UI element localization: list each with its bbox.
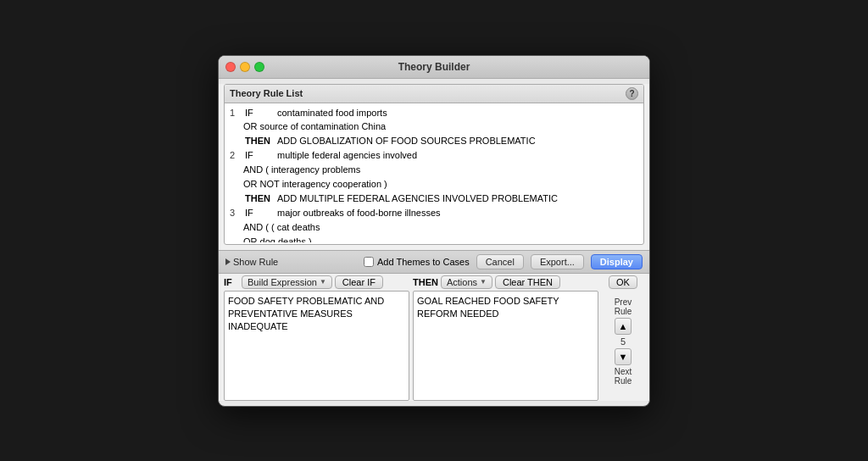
maximize-button[interactable] bbox=[254, 62, 264, 72]
dropdown-arrow-icon: ▼ bbox=[320, 278, 326, 286]
actions-label: Actions bbox=[447, 277, 477, 287]
if-keyword: IF bbox=[245, 149, 275, 163]
rule-number: 2 bbox=[230, 149, 243, 163]
add-themes-label: Add Themes to Cases bbox=[377, 257, 470, 267]
build-expression-button[interactable]: Build Expression ▼ bbox=[242, 275, 332, 289]
ok-button[interactable]: OK bbox=[609, 275, 637, 289]
titlebar: Theory Builder bbox=[219, 56, 649, 79]
rule-list-content: 1 IF contaminated food imports OR source… bbox=[225, 103, 643, 242]
show-rule-toggle[interactable]: Show Rule bbox=[225, 257, 278, 267]
close-button[interactable] bbox=[225, 62, 236, 72]
editor-section: IF Build Expression ▼ Clear IF FOOD SAFE… bbox=[224, 275, 644, 401]
if-label: IF bbox=[224, 277, 239, 287]
add-themes-group: Add Themes to Cases bbox=[364, 257, 470, 267]
rule-number bbox=[230, 135, 243, 148]
window-title: Theory Builder bbox=[398, 61, 470, 73]
add-themes-checkbox[interactable] bbox=[364, 257, 374, 267]
rule-number: 1 bbox=[230, 107, 243, 120]
minimize-button[interactable] bbox=[240, 62, 250, 72]
table-row: 1 IF contaminated food imports bbox=[230, 107, 638, 120]
dropdown-arrow-icon: ▼ bbox=[480, 278, 487, 286]
rule-condition: AND ( ( cat deaths bbox=[243, 221, 320, 235]
rule-list-panel: Theory Rule List ? 1 IF contaminated foo… bbox=[224, 84, 644, 245]
next-rule-label: NextRule bbox=[615, 367, 632, 386]
window-content: Theory Rule List ? 1 IF contaminated foo… bbox=[219, 84, 649, 401]
traffic-lights bbox=[225, 62, 264, 72]
rule-list-title: Theory Rule List bbox=[230, 88, 303, 98]
show-rule-label: Show Rule bbox=[233, 257, 278, 267]
table-row: OR NOT interagency cooperation ) bbox=[230, 178, 638, 192]
rule-condition: OR source of contamination China bbox=[243, 120, 386, 134]
prev-rule-button[interactable]: ▲ bbox=[615, 318, 632, 335]
table-row: OR source of contamination China bbox=[230, 120, 638, 134]
rule-then: ADD MULTIPLE FEDERAL AGENCIES INVOLVED P… bbox=[277, 192, 558, 206]
if-keyword: IF bbox=[245, 107, 275, 120]
clear-then-button[interactable]: Clear THEN bbox=[495, 275, 560, 289]
toolbar: Show Rule Add Themes to Cases Cancel Exp… bbox=[219, 250, 649, 274]
export-button[interactable]: Export... bbox=[531, 254, 584, 269]
if-section: IF Build Expression ▼ Clear IF FOOD SAFE… bbox=[224, 275, 409, 401]
build-expression-label: Build Expression bbox=[248, 277, 317, 287]
then-content: GOAL REACHED FOOD SAFETY REFORM NEEDED bbox=[417, 296, 559, 319]
table-row: THEN ADD MULTIPLE FEDERAL AGENCIES INVOL… bbox=[230, 192, 638, 206]
rule-condition: major outbreaks of food-borne illnesses bbox=[277, 207, 441, 220]
rule-number-display: 5 bbox=[620, 336, 626, 347]
if-keyword: IF bbox=[245, 207, 275, 220]
rule-condition: AND ( interagency problems bbox=[243, 164, 360, 177]
if-textarea[interactable]: FOOD SAFETY PROBLEMATIC AND PREVENTATIVE… bbox=[224, 291, 409, 401]
table-row: 2 IF multiple federal agencies involved bbox=[230, 149, 638, 163]
table-row: OR dog deaths ) bbox=[230, 236, 638, 242]
then-section: THEN Actions ▼ Clear THEN GOAL REACHED F… bbox=[413, 275, 598, 401]
clear-if-button[interactable]: Clear IF bbox=[335, 275, 383, 289]
then-keyword: THEN bbox=[245, 192, 275, 206]
triangle-icon bbox=[225, 258, 231, 265]
theory-builder-window: Theory Builder Theory Rule List ? 1 IF c… bbox=[218, 55, 650, 407]
rule-condition: contaminated food imports bbox=[277, 107, 387, 120]
table-row: AND ( interagency problems bbox=[230, 164, 638, 177]
rule-then: ADD GLOBALIZATION OF FOOD SOURCES PROBLE… bbox=[277, 135, 536, 148]
rule-condition: multiple federal agencies involved bbox=[277, 149, 417, 163]
display-button[interactable]: Display bbox=[591, 254, 643, 269]
table-row: 3 IF major outbreaks of food-borne illne… bbox=[230, 207, 638, 220]
actions-button[interactable]: Actions ▼ bbox=[441, 275, 492, 289]
rule-number bbox=[230, 192, 243, 206]
cancel-button[interactable]: Cancel bbox=[476, 254, 524, 269]
help-button[interactable]: ? bbox=[626, 87, 638, 100]
side-controls: OK PrevRule ▲ 5 ▼ NextRule bbox=[602, 275, 644, 401]
then-textarea[interactable]: GOAL REACHED FOOD SAFETY REFORM NEEDED bbox=[413, 291, 598, 401]
then-header: THEN Actions ▼ Clear THEN bbox=[413, 275, 598, 289]
then-keyword: THEN bbox=[245, 135, 275, 148]
rule-number: 3 bbox=[230, 207, 243, 220]
then-label: THEN bbox=[413, 277, 438, 287]
table-row: AND ( ( cat deaths bbox=[230, 221, 638, 235]
prev-rule-label: PrevRule bbox=[615, 297, 632, 316]
next-rule-button[interactable]: ▼ bbox=[615, 348, 632, 365]
table-row: THEN ADD GLOBALIZATION OF FOOD SOURCES P… bbox=[230, 135, 638, 148]
if-header: IF Build Expression ▼ Clear IF bbox=[224, 275, 409, 289]
rule-condition: OR NOT interagency cooperation ) bbox=[243, 178, 387, 192]
rule-list-header: Theory Rule List ? bbox=[225, 85, 643, 103]
rule-condition: OR dog deaths ) bbox=[243, 236, 312, 242]
if-content: FOOD SAFETY PROBLEMATIC AND PREVENTATIVE… bbox=[228, 296, 384, 332]
